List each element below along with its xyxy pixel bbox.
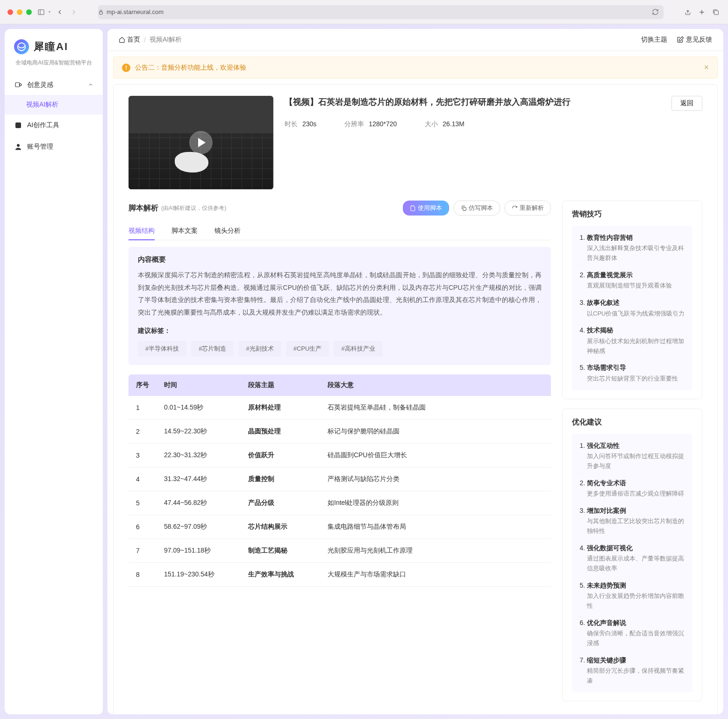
window-minimize-icon[interactable] — [17, 9, 22, 15]
list-item: 优化声音解说确保旁白清晰，配合适当音效增强沉浸感 — [587, 618, 686, 648]
theme-toggle[interactable]: 切换主题 — [641, 36, 667, 44]
sidebar-item-ai-tools[interactable]: AI创作工具 — [5, 115, 103, 136]
window-maximize-icon[interactable] — [26, 9, 32, 15]
cell-index: 4 — [128, 467, 157, 491]
back-button[interactable]: 返回 — [671, 96, 702, 111]
refresh-icon[interactable] — [652, 8, 659, 15]
sidebar-item-label: AI创作工具 — [27, 121, 59, 129]
cell-topic: 晶圆预处理 — [241, 420, 320, 444]
cell-desc: 严格测试与缺陷芯片分类 — [320, 467, 551, 491]
tab-shots[interactable]: 镜头分析 — [214, 222, 241, 240]
cell-index: 8 — [128, 563, 157, 587]
list-item: 缩短关键步骤精简部分冗长步骤，保持视频节奏紧凑 — [587, 655, 686, 686]
sidebar-item-label: 账号管理 — [27, 143, 53, 151]
use-script-button[interactable]: 使用脚本 — [403, 201, 449, 216]
tab-structure[interactable]: 视频结构 — [128, 222, 155, 240]
sidebar-item-video-ai[interactable]: 视频AI解析 — [5, 95, 103, 115]
tag[interactable]: #CPU生产 — [286, 341, 329, 357]
list-item-title: 技术揭秘 — [587, 325, 686, 335]
announcement-bar: ! 公告二：音频分析功能上线，欢迎体验 × — [113, 57, 718, 79]
nav-back-icon[interactable] — [55, 7, 64, 17]
meta-size: 大小 26.13M — [425, 120, 464, 129]
lock-icon — [98, 9, 104, 15]
lightbulb-icon — [14, 81, 22, 89]
tag[interactable]: #光刻技术 — [238, 341, 281, 357]
table-row: 797.09~151.18秒制造工艺揭秘光刻胶应用与光刻机工作原理 — [128, 539, 551, 563]
overview-box: 内容概要 本视频深度揭示了芯片制造的精密流程，从原材料石英岩提纯至高纯度单晶硅，… — [128, 247, 551, 365]
home-icon — [119, 36, 125, 43]
window-close-icon[interactable] — [7, 9, 13, 15]
reparse-button[interactable]: 重新解析 — [505, 201, 551, 216]
list-item-title: 强化互动性 — [587, 440, 686, 451]
cell-time: 58.62~97.09秒 — [157, 515, 241, 539]
optimize-title: 优化建议 — [572, 417, 692, 427]
sidebar-toggle-icon[interactable] — [36, 7, 46, 17]
cell-index: 6 — [128, 515, 157, 539]
sidebar-item-label: 视频AI解析 — [26, 101, 58, 108]
optimize-card: 优化建议 强化互动性加入问答环节或制作过程互动模拟提升参与度简化专业术语更多使用… — [562, 409, 702, 701]
browser-chrome: ▾ mp-ai.starneural.com — [0, 0, 728, 24]
share-icon[interactable] — [683, 7, 692, 17]
list-item: 故事化叙述以CPU价值飞跃等为线索增强吸引力 — [587, 297, 686, 318]
document-icon — [410, 205, 416, 211]
tab-copy[interactable]: 脚本文案 — [171, 222, 198, 240]
url-bar[interactable]: mp-ai.starneural.com — [98, 5, 664, 19]
list-item-desc: 深入浅出解释复杂技术吸引专业及科普兴趣群体 — [587, 244, 686, 263]
new-tab-icon[interactable] — [697, 7, 707, 17]
list-item: 高质量视觉展示直观展现制造细节提升观看体验 — [587, 270, 686, 291]
list-item: 教育性内容营销深入浅出解释复杂技术吸引专业及科普兴趣群体 — [587, 232, 686, 263]
sidebar-item-account[interactable]: 账号管理 — [5, 136, 103, 158]
cell-desc: 标记与保护脆弱的硅晶圆 — [320, 420, 551, 444]
list-item-desc: 精简部分冗长步骤，保持视频节奏紧凑 — [587, 666, 686, 686]
close-icon[interactable]: × — [704, 63, 709, 72]
cell-topic: 生产效率与挑战 — [241, 563, 320, 587]
tag[interactable]: #芯片制造 — [191, 341, 234, 357]
left-column: 脚本解析 (由AI解析建议，仅供参考) 使用脚本 仿写脚 — [128, 201, 551, 587]
top-header: 首页 / 视频AI解析 切换主题 意见反馈 — [107, 29, 723, 51]
cell-time: 14.59~22.30秒 — [157, 420, 241, 444]
breadcrumb-home-label: 首页 — [127, 36, 140, 44]
cell-desc: 如Intel处理器的分级原则 — [320, 491, 551, 515]
list-item: 增加对比案例与其他制造工艺比较突出芯片制造的独特性 — [587, 505, 686, 536]
svg-rect-8 — [463, 207, 466, 210]
section-hint: (由AI解析建议，仅供参考) — [161, 204, 226, 212]
brand-tagline: 全域电商AI应用&智能营销平台 — [14, 59, 93, 67]
play-icon[interactable] — [189, 131, 213, 154]
cell-topic: 产品分级 — [241, 491, 320, 515]
list-item-title: 缩短关键步骤 — [587, 655, 686, 665]
brand: 犀瞳AI — [5, 36, 103, 59]
marketing-list: 教育性内容营销深入浅出解释复杂技术吸引专业及科普兴趣群体高质量视觉展示直观展现制… — [572, 226, 692, 390]
chevron-down-icon[interactable]: ▾ — [49, 10, 50, 14]
svg-rect-2 — [714, 10, 719, 14]
user-icon — [14, 143, 22, 151]
optimize-list: 强化互动性加入问答环节或制作过程互动模拟提升参与度简化专业术语更多使用通俗语言减… — [572, 434, 692, 692]
list-item-title: 教育性内容营销 — [587, 232, 686, 243]
meta-duration: 时长 230s — [285, 120, 316, 129]
meta-resolution: 分辨率 1280*720 — [344, 120, 397, 129]
table-row: 658.62~97.09秒芯片结构展示集成电路细节与晶体管布局 — [128, 515, 551, 539]
segment-table: 序号 时间 段落主题 段落大意 10.01~14.59秒原材料处理石英岩提纯至单… — [128, 374, 551, 587]
video-header: 【视频】石英岩是制造芯片的原始材料，先把它打碎研磨并放入高温熔炉进行 返回 时长… — [128, 96, 702, 189]
nav-group-inspiration: 创意灵感 视频AI解析 — [5, 75, 103, 115]
list-item-desc: 加入问答环节或制作过程互动模拟提升参与度 — [587, 452, 686, 471]
svg-rect-6 — [15, 122, 21, 128]
copy-script-button[interactable]: 仿写脚本 — [454, 201, 500, 216]
tag[interactable]: #高科技产业 — [334, 341, 382, 357]
th-index: 序号 — [128, 374, 157, 396]
cell-time: 0.01~14.59秒 — [157, 396, 241, 420]
feedback-link[interactable]: 意见反馈 — [677, 36, 712, 44]
cell-desc: 光刻胶应用与光刻机工作原理 — [320, 539, 551, 563]
cell-index: 7 — [128, 539, 157, 563]
tabs-overview-icon[interactable] — [711, 7, 721, 17]
breadcrumb-home[interactable]: 首页 — [119, 36, 140, 44]
cell-topic: 制造工艺揭秘 — [241, 539, 320, 563]
tags-title: 建议标签： — [138, 327, 542, 335]
brand-name: 犀瞳AI — [34, 40, 68, 54]
chevron-up-icon — [88, 81, 93, 89]
script-section-header: 脚本解析 (由AI解析建议，仅供参考) 使用脚本 仿写脚 — [128, 201, 551, 216]
video-thumbnail[interactable] — [128, 96, 273, 189]
nav-forward-icon[interactable] — [69, 7, 79, 17]
tag[interactable]: #半导体科技 — [138, 341, 186, 357]
nav-group-header-inspiration[interactable]: 创意灵感 — [5, 75, 103, 95]
table-header-row: 序号 时间 段落主题 段落大意 — [128, 374, 551, 396]
